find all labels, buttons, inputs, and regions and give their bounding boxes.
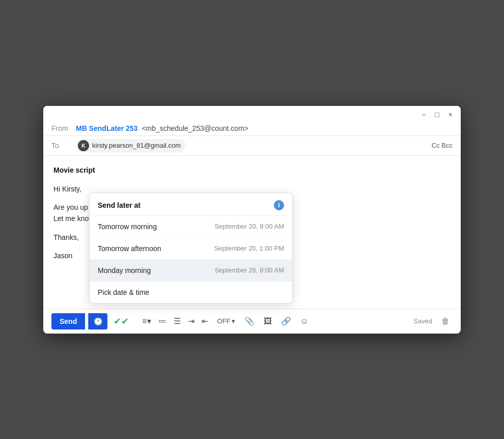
recipient-email: kirsty.pearson_81@gmail.com [92, 142, 181, 149]
emoji-button[interactable]: ☺ [297, 315, 312, 328]
compose-toolbar: Send 🕐 ✔✔ ≡▾ ≔ ☰ ⇥ ⇤ OFF ▾ 📎 🖼 🔗 ☺ [43, 309, 461, 334]
option-date-tomorrow-morning: September 20, 8:00 AM [214, 223, 284, 230]
email-subject: Movie script [53, 166, 451, 174]
option-monday-morning[interactable]: Monday morning September 26, 8:00 AM [90, 260, 292, 282]
emoji-icon: ☺ [300, 317, 309, 325]
title-bar: − □ × [43, 106, 461, 121]
attach-icon: 📎 [244, 317, 255, 325]
check-icon: ✔✔ [114, 316, 129, 326]
compose-window: − □ × From MB SendLater 253 <mb_schedule… [43, 106, 461, 334]
from-row: From MB SendLater 253 <mb_schedule_253@c… [43, 121, 461, 136]
image-icon: 🖼 [264, 317, 272, 325]
option-date-monday-morning: September 26, 8:00 AM [214, 266, 284, 274]
recipient-chip[interactable]: K kirsty.pearson_81@gmail.com [76, 139, 186, 152]
from-label: From [51, 124, 72, 132]
off-button[interactable]: OFF ▾ [214, 315, 238, 327]
option-date-tomorrow-afternoon: September 20, 1:00 PM [214, 244, 284, 252]
option-label-tomorrow-morning: Tomorrow morning [98, 223, 157, 231]
send-later-header: Send later at i [90, 193, 292, 216]
off-label: OFF [217, 317, 231, 325]
close-button[interactable]: × [446, 110, 455, 119]
ordered-list-button[interactable]: ≔ [155, 314, 170, 328]
link-button[interactable]: 🔗 [278, 314, 294, 328]
recipient-avatar: K [78, 140, 89, 151]
saved-status: Saved [413, 317, 432, 325]
send-clock-button[interactable]: 🕐 [88, 313, 107, 330]
window-controls: − □ × [419, 110, 455, 119]
formatting-toolbar: ≡▾ ≔ ☰ ⇥ ⇤ [139, 314, 211, 328]
link-icon: 🔗 [281, 317, 291, 325]
option-tomorrow-afternoon[interactable]: Tomorrow afternoon September 20, 1:00 PM [90, 238, 292, 260]
align-button[interactable]: ≡▾ [139, 314, 154, 328]
minimize-button[interactable]: − [419, 110, 428, 119]
attach-button[interactable]: 📎 [241, 314, 258, 328]
info-icon[interactable]: i [274, 200, 284, 210]
off-chevron-icon: ▾ [232, 317, 235, 325]
option-label-monday-morning: Monday morning [98, 266, 151, 275]
cc-bcc-button[interactable]: Cc Bcc [432, 142, 453, 149]
image-button[interactable]: 🖼 [261, 315, 275, 328]
send-button[interactable]: Send [51, 313, 85, 330]
check-button[interactable]: ✔✔ [110, 314, 132, 329]
option-label-pick-date: Pick date & time [98, 288, 149, 296]
email-body[interactable]: Movie script Hi Kirsty, Are you up to re… [43, 156, 461, 309]
option-label-tomorrow-afternoon: Tomorrow afternoon [98, 244, 161, 253]
unordered-list-button[interactable]: ☰ [171, 314, 184, 328]
sender-name: MB SendLater 253 [76, 124, 137, 132]
option-pick-date[interactable]: Pick date & time [90, 282, 292, 303]
to-row: To K kirsty.pearson_81@gmail.com Cc Bcc [43, 136, 461, 156]
send-later-title: Send later at [98, 201, 141, 209]
sender-email: <mb_schedule_253@count.com> [142, 124, 248, 132]
clock-icon: 🕐 [94, 317, 102, 325]
send-later-panel: Send later at i Tomorrow morning Septemb… [89, 193, 293, 304]
trash-button[interactable]: 🗑 [438, 315, 453, 328]
toolbar-right: Saved 🗑 [413, 315, 453, 328]
trash-icon: 🗑 [441, 317, 450, 325]
to-label: To [51, 142, 72, 150]
indent-button[interactable]: ⇥ [185, 314, 198, 328]
option-tomorrow-morning[interactable]: Tomorrow morning September 20, 8:00 AM [90, 216, 292, 238]
outdent-button[interactable]: ⇤ [199, 314, 211, 328]
maximize-button[interactable]: □ [433, 110, 441, 119]
